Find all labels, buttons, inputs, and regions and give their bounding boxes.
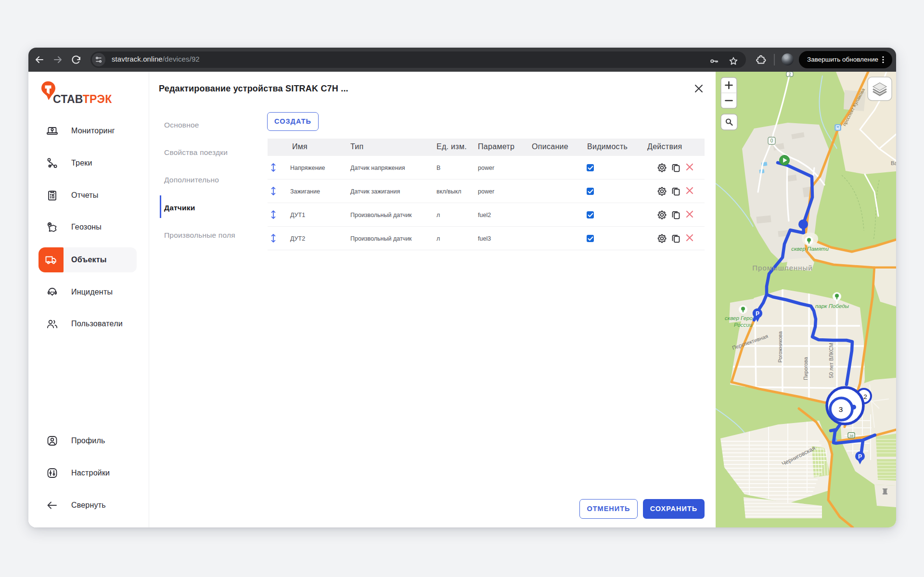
- svg-text:Промышленный: Промышленный: [752, 264, 812, 272]
- svg-text:Рогожникова: Рогожникова: [777, 331, 783, 363]
- svg-text:Пирогова: Пирогова: [803, 357, 808, 380]
- svg-text:Вас: Вас: [891, 160, 896, 166]
- svg-text:0: 0: [770, 138, 773, 143]
- svg-text:38: 38: [849, 434, 854, 438]
- svg-text:сквер Геро: сквер Геро: [725, 315, 753, 321]
- svg-text:2: 2: [863, 393, 867, 400]
- svg-text:парк Победы: парк Победы: [815, 303, 849, 309]
- svg-text:P: P: [756, 310, 759, 317]
- svg-text:50 лет ВЛКСМ: 50 лет ВЛКСМ: [828, 343, 834, 378]
- svg-text:России: России: [734, 322, 753, 328]
- svg-text:2: 2: [788, 72, 791, 77]
- svg-text:P: P: [858, 453, 862, 460]
- svg-text:сквер Памяти: сквер Памяти: [791, 246, 829, 252]
- svg-text:3: 3: [839, 405, 843, 413]
